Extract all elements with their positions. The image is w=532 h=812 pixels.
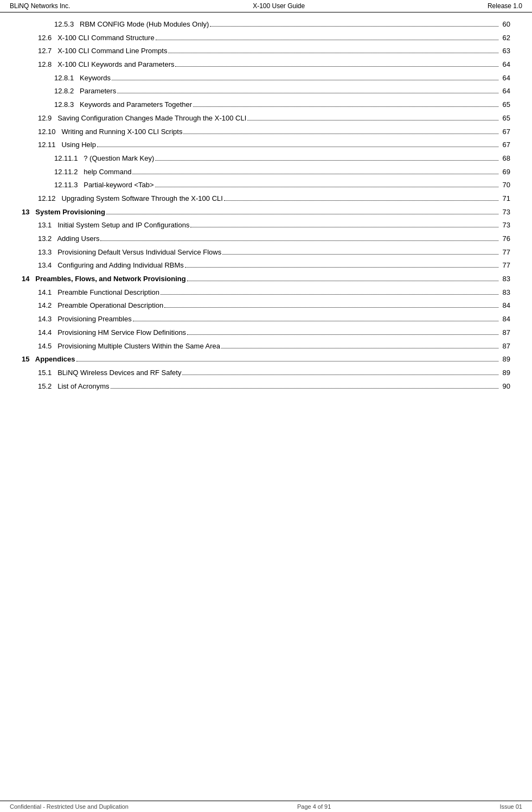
toc-entry-number: 12.8.1: [54, 74, 74, 82]
toc-dots: [168, 53, 498, 53]
toc-page-number: 62: [499, 31, 510, 45]
toc-entry-text: 14.4 Provisioning HM Service Flow Defini…: [38, 326, 186, 340]
toc-container: 12.5.3 RBM CONFIG Mode (Hub Modules Only…: [0, 12, 532, 426]
toc-entry: 14 Preambles, Flows, and Network Provisi…: [22, 272, 510, 286]
toc-entry: 13.3 Provisioning Default Versus Individ…: [22, 246, 510, 259]
toc-entry-title: help Command: [78, 168, 131, 176]
header-right: Release 1.0: [488, 2, 522, 10]
toc-page-number: 64: [499, 72, 510, 85]
toc-entry: 14.1 Preamble Functional Description83: [22, 286, 510, 300]
toc-entry-text: 12.10 Writing and Running X-100 CLI Scri…: [38, 125, 182, 139]
toc-dots: [76, 361, 498, 361]
toc-entry-number: 15: [22, 355, 29, 363]
toc-entry-number: 13: [22, 208, 29, 216]
toc-page-number: 73: [499, 219, 510, 232]
toc-entry-text: 13.4 Configuring and Adding Individual R…: [38, 259, 184, 272]
toc-dots: [117, 93, 498, 93]
toc-entry-number: 12.8.2: [54, 87, 74, 95]
toc-entry-title: Initial System Setup and IP Configuratio…: [52, 221, 189, 229]
toc-entry-title: Adding Users: [52, 234, 99, 243]
toc-dots: [97, 147, 498, 147]
toc-entry-text: 13.3 Provisioning Default Versus Individ…: [38, 246, 221, 259]
toc-entry: 14.5 Provisioning Multiple Clusters With…: [22, 340, 510, 353]
toc-entry-number: 12.11.1: [54, 154, 78, 162]
toc-page-number: 69: [499, 166, 510, 179]
toc-entry-number: 13.3: [38, 248, 52, 256]
toc-page-number: 67: [499, 125, 510, 139]
footer-left: Confidential - Restricted Use and Duplic…: [10, 803, 129, 810]
toc-page-number: 60: [499, 18, 510, 31]
toc-page-number: 87: [499, 340, 510, 353]
toc-entry-text: 12.5.3 RBM CONFIG Mode (Hub Modules Only…: [54, 18, 209, 31]
toc-dots: [133, 321, 498, 321]
toc-entry-title: Parameters: [74, 87, 116, 95]
toc-entry-title: Appendices: [29, 355, 75, 363]
toc-dots: [175, 66, 498, 67]
toc-page-number: 73: [499, 206, 510, 219]
toc-entry-title: RBM CONFIG Mode (Hub Modules Only): [74, 20, 209, 28]
header-left: BLiNQ Networks Inc.: [10, 2, 70, 10]
toc-dots: [100, 240, 498, 241]
toc-entry: 15 Appendices89: [22, 353, 510, 366]
toc-dots: [182, 375, 498, 375]
toc-entry-text: 12.11.3 Partial-keyword <Tab>: [54, 179, 154, 192]
toc-entry-title: Keywords and Parameters Together: [74, 100, 192, 109]
toc-entry-text: 14.5 Provisioning Multiple Clusters With…: [38, 340, 220, 353]
toc-entry-title: Provisioning HM Service Flow Definitions: [52, 328, 186, 337]
toc-dots: [161, 294, 498, 295]
toc-entry-text: 12.12 Upgrading System Software Through …: [38, 192, 223, 206]
header-center: X-100 User Guide: [253, 2, 305, 10]
toc-entry: 12.8.1 Keywords64: [22, 72, 510, 85]
toc-entry: 14.2 Preamble Operational Description84: [22, 299, 510, 313]
toc-dots: [221, 348, 498, 348]
toc-entry-title: Provisioning Preambles: [52, 315, 131, 323]
toc-entry-text: 13.2 Adding Users: [38, 232, 99, 246]
toc-entry: 12.11 Using Help67: [22, 138, 510, 152]
toc-entry: 12.12 Upgrading System Software Through …: [22, 192, 510, 206]
toc-entry: 12.8.2 Parameters64: [22, 85, 510, 98]
toc-entry: 12.11.3 Partial-keyword <Tab>70: [22, 179, 510, 192]
toc-entry-title: System Provisioning: [29, 208, 105, 216]
toc-page-number: 77: [499, 246, 510, 259]
toc-entry-text: 14.1 Preamble Functional Description: [38, 286, 159, 300]
toc-entry-number: 12.9: [38, 114, 52, 122]
toc-entry-title: Saving Configuration Changes Made Throug…: [52, 114, 246, 122]
toc-page-number: 71: [499, 192, 510, 206]
toc-entry: 12.7 X-100 CLI Command Line Prompts63: [22, 45, 510, 58]
toc-entry: 13.2 Adding Users76: [22, 232, 510, 246]
toc-entry-title: X-100 CLI Keywords and Parameters: [52, 60, 174, 68]
toc-entry-number: 12.10: [38, 128, 56, 136]
toc-entry-title: Partial-keyword <Tab>: [78, 181, 153, 189]
toc-page-number: 67: [499, 138, 510, 152]
toc-entry-number: 12.5.3: [54, 20, 74, 28]
toc-entry: 12.9 Saving Configuration Changes Made T…: [22, 112, 510, 125]
toc-dots: [210, 26, 498, 27]
toc-entry-text: 12.8.2 Parameters: [54, 85, 116, 98]
toc-entry: 12.6 X-100 CLI Command Structure62: [22, 31, 510, 45]
toc-entry-text: 15.2 List of Acronyms: [38, 380, 110, 394]
toc-entry: 12.5.3 RBM CONFIG Mode (Hub Modules Only…: [22, 18, 510, 31]
toc-page-number: 87: [499, 326, 510, 340]
toc-dots: [112, 80, 498, 80]
toc-entry-number: 14.5: [38, 342, 52, 350]
toc-entry-title: Writing and Running X-100 CLI Scripts: [56, 128, 183, 136]
toc-entry-title: Preamble Operational Description: [52, 301, 163, 309]
toc-entry: 13.1 Initial System Setup and IP Configu…: [22, 219, 510, 232]
footer-right: Issue 01: [499, 803, 522, 810]
toc-dots: [132, 174, 498, 174]
toc-page-number: 83: [499, 286, 510, 300]
toc-entry: 12.8 X-100 CLI Keywords and Parameters64: [22, 58, 510, 72]
toc-page-number: 64: [499, 58, 510, 72]
toc-entry-number: 13.2: [38, 234, 52, 243]
toc-entry-number: 15.1: [38, 369, 52, 377]
toc-entry-number: 12.11.3: [54, 181, 78, 189]
toc-entry-text: 12.11 Using Help: [38, 138, 96, 152]
toc-entry: 13.4 Configuring and Adding Individual R…: [22, 259, 510, 272]
toc-entry-text: 12.11.2 help Command: [54, 166, 131, 179]
toc-entry-number: 12.8.3: [54, 100, 74, 109]
toc-page-number: 65: [499, 98, 510, 112]
toc-entry: 12.11.1 ? (Question Mark Key)68: [22, 152, 510, 166]
toc-entry: 12.8.3 Keywords and Parameters Together6…: [22, 98, 510, 112]
toc-entry-number: 14.2: [38, 301, 52, 309]
toc-entry-text: 12.9 Saving Configuration Changes Made T…: [38, 112, 246, 125]
